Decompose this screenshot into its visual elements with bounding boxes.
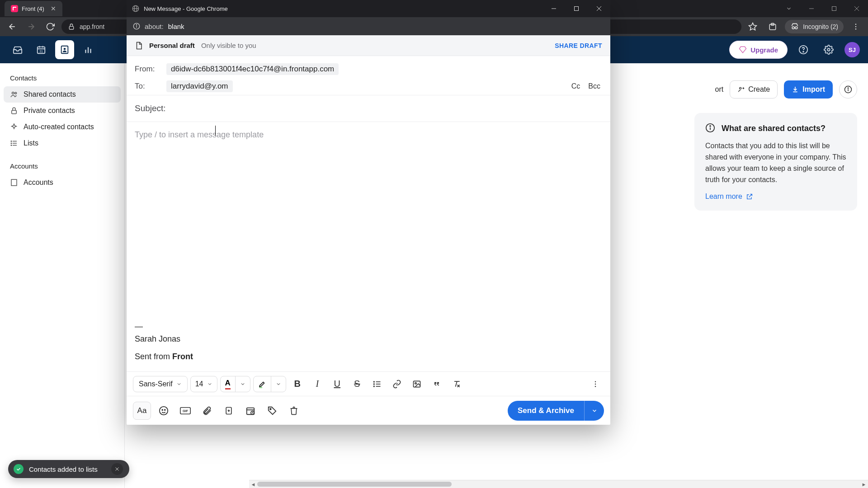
export-button-fragment[interactable]: ort	[715, 85, 724, 94]
bg-maximize-icon[interactable]	[823, 0, 845, 17]
from-value[interactable]: d6idw-dc6b813001f4ec10c7f4@in.frontapp.c…	[166, 63, 339, 75]
bookmark-star-icon[interactable]	[745, 19, 760, 34]
sidebar-item-accounts[interactable]: Accounts	[4, 174, 121, 191]
clear-formatting-button[interactable]	[448, 375, 465, 393]
sidebar-item-shared-contacts[interactable]: Shared contacts	[4, 86, 121, 103]
scroll-thumb[interactable]	[257, 482, 452, 487]
draft-badge: Personal draft	[149, 42, 195, 49]
message-body[interactable]: Type / to insert a message template — Sa…	[127, 122, 610, 371]
bold-button[interactable]: B	[289, 375, 306, 393]
to-label: To:	[135, 82, 161, 91]
sidebar-item-lists[interactable]: Lists	[4, 135, 121, 151]
underline-button[interactable]: U	[329, 375, 346, 393]
send-archive-button[interactable]: Send & Archive	[508, 401, 604, 421]
settings-gear-icon[interactable]	[819, 40, 838, 59]
quote-button[interactable]	[428, 375, 445, 393]
learn-more-link[interactable]: Learn more	[705, 192, 846, 201]
bullet-list-button[interactable]	[368, 375, 386, 393]
import-button[interactable]: Import	[784, 80, 833, 99]
popup-close-icon[interactable]	[588, 0, 610, 17]
bg-dropdown-icon[interactable]	[778, 0, 800, 17]
subject-row[interactable]: Subject:	[127, 95, 610, 122]
popup-maximize-icon[interactable]	[565, 0, 588, 17]
trash-icon	[289, 406, 298, 416]
subject-input[interactable]	[170, 103, 602, 113]
cc-button[interactable]: Cc	[571, 82, 580, 90]
strikethrough-button[interactable]: S	[349, 375, 366, 393]
subject-label: Subject:	[135, 103, 166, 113]
to-value-chip[interactable]: larrydavid@y.om	[166, 80, 233, 92]
contacts-icon[interactable]	[55, 40, 74, 59]
create-button[interactable]: Create	[730, 80, 778, 99]
horizontal-scrollbar[interactable]: ◄ ►	[249, 480, 868, 488]
image-button[interactable]	[408, 375, 425, 393]
bcc-button[interactable]: Bcc	[588, 82, 600, 90]
create-label: Create	[748, 85, 770, 94]
svg-point-42	[740, 87, 741, 89]
nav-back-icon[interactable]	[5, 19, 20, 34]
sidebar-item-label: Lists	[24, 139, 38, 147]
bg-minimize-icon[interactable]	[800, 0, 823, 17]
calendar-icon[interactable]: 31	[32, 40, 51, 59]
italic-button[interactable]: I	[309, 375, 326, 393]
bg-close-icon[interactable]	[845, 0, 868, 17]
user-avatar[interactable]: SJ	[844, 42, 860, 57]
sidebar-heading-contacts: Contacts	[4, 70, 121, 86]
popup-minimize-icon[interactable]	[542, 0, 565, 17]
extensions-icon[interactable]	[765, 19, 780, 34]
formatting-toggle-button[interactable]: Aa	[133, 402, 151, 420]
incognito-icon	[790, 22, 799, 31]
info-card-title: What are shared contacts?	[722, 123, 826, 134]
highlighter-icon	[258, 380, 266, 388]
svg-point-77	[595, 386, 596, 387]
schedule-button[interactable]	[241, 402, 259, 420]
share-draft-button[interactable]: SHARE DRAFT	[555, 42, 602, 49]
background-tab[interactable]: Front (4) ✕	[5, 1, 62, 16]
font-family-select[interactable]: Sans-Serif	[133, 376, 188, 392]
upgrade-button[interactable]: Upgrade	[729, 41, 788, 59]
import-label: Import	[802, 85, 825, 94]
popup-address-bar[interactable]: about:blank	[127, 17, 610, 35]
signature-name: Sarah Jonas	[135, 333, 193, 346]
gif-button[interactable]: GIF	[176, 402, 194, 420]
analytics-icon[interactable]	[79, 40, 98, 59]
info-button[interactable]	[839, 80, 857, 99]
highlight-color-select[interactable]	[253, 376, 286, 392]
svg-point-51	[710, 126, 711, 127]
nav-reload-icon[interactable]	[42, 19, 58, 34]
toast-notification: Contacts added to lists	[8, 460, 129, 478]
svg-point-12	[855, 24, 856, 25]
link-button[interactable]	[388, 375, 406, 393]
svg-point-65	[373, 381, 374, 382]
send-options-dropdown[interactable]	[584, 401, 604, 421]
toast-close-icon[interactable]	[111, 463, 123, 475]
sidebar-item-label: Shared contacts	[24, 90, 76, 99]
scroll-right-icon[interactable]: ►	[860, 482, 868, 487]
sidebar-item-label: Accounts	[24, 178, 53, 187]
popup-url-page: blank	[168, 23, 184, 30]
help-icon[interactable]	[794, 40, 813, 59]
lock-icon	[10, 107, 18, 115]
template-button[interactable]	[220, 402, 238, 420]
more-formatting-button[interactable]	[587, 375, 604, 393]
tag-button[interactable]	[263, 402, 281, 420]
emoji-button[interactable]	[155, 402, 173, 420]
link-icon	[392, 380, 401, 389]
sidebar-item-label: Auto-created contacts	[24, 123, 94, 131]
incognito-chip[interactable]: Incognito (2)	[785, 20, 844, 33]
close-tab-icon[interactable]: ✕	[51, 5, 56, 12]
attachment-button[interactable]	[198, 402, 216, 420]
kebab-menu-icon[interactable]	[848, 19, 863, 34]
svg-point-34	[11, 141, 12, 142]
sidebar-item-private-contacts[interactable]: Private contacts	[4, 103, 121, 119]
scroll-left-icon[interactable]: ◄	[249, 482, 257, 487]
font-size-select[interactable]: 14	[190, 376, 217, 392]
svg-rect-37	[11, 179, 17, 186]
send-label: Send & Archive	[508, 401, 584, 421]
sidebar-item-auto-created[interactable]: Auto-created contacts	[4, 119, 121, 135]
compose-action-row: Aa GIF Send & Archive	[127, 396, 610, 425]
text-color-select[interactable]: A	[220, 376, 250, 392]
inbox-icon[interactable]	[8, 40, 27, 59]
discard-button[interactable]	[285, 402, 303, 420]
popup-window-tab: New Message - Google Chrome	[132, 5, 228, 12]
